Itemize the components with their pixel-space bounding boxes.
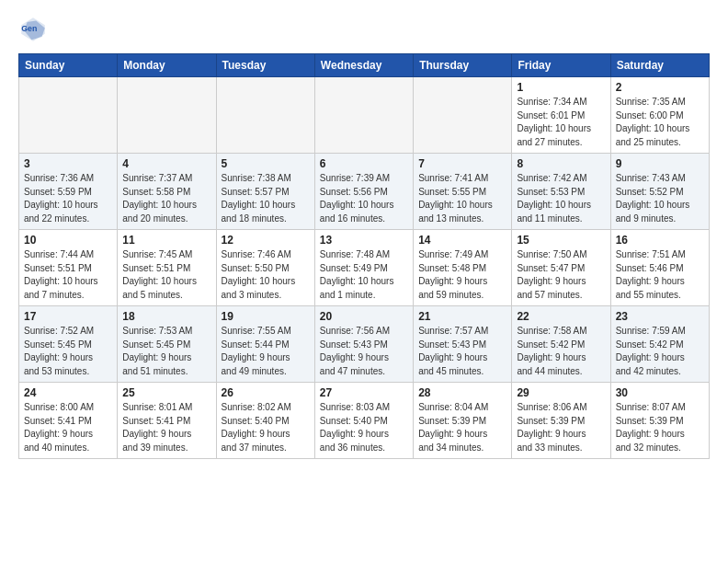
- day-cell-10: 10Sunrise: 7:44 AM Sunset: 5:51 PM Dayli…: [19, 230, 118, 306]
- weekday-header-friday: Friday: [512, 54, 610, 77]
- day-number: 28: [418, 386, 506, 399]
- day-number: 3: [24, 157, 112, 170]
- weekday-header-saturday: Saturday: [610, 54, 709, 77]
- day-info: Sunrise: 7:45 AM Sunset: 5:51 PM Dayligh…: [122, 248, 210, 302]
- day-info: Sunrise: 8:06 AM Sunset: 5:39 PM Dayligh…: [517, 401, 605, 454]
- day-number: 22: [517, 310, 605, 323]
- day-number: 24: [24, 386, 112, 399]
- day-number: 18: [122, 310, 210, 323]
- day-cell-7: 7Sunrise: 7:41 AM Sunset: 5:55 PM Daylig…: [414, 154, 512, 230]
- day-number: 17: [24, 310, 112, 323]
- weekday-header-thursday: Thursday: [414, 54, 512, 77]
- day-number: 19: [222, 310, 310, 323]
- day-info: Sunrise: 8:07 AM Sunset: 5:39 PM Dayligh…: [616, 401, 704, 454]
- day-cell-26: 26Sunrise: 8:02 AM Sunset: 5:40 PM Dayli…: [216, 383, 314, 459]
- day-cell-6: 6Sunrise: 7:39 AM Sunset: 5:56 PM Daylig…: [314, 154, 413, 230]
- day-info: Sunrise: 7:49 AM Sunset: 5:48 PM Dayligh…: [418, 248, 506, 302]
- calendar-body: 1Sunrise: 7:34 AM Sunset: 6:01 PM Daylig…: [19, 77, 710, 459]
- weekday-header-sunday: Sunday: [19, 54, 118, 77]
- day-cell-25: 25Sunrise: 8:01 AM Sunset: 5:41 PM Dayli…: [118, 383, 216, 459]
- day-cell-13: 13Sunrise: 7:48 AM Sunset: 5:49 PM Dayli…: [314, 230, 413, 306]
- day-number: 23: [616, 310, 704, 323]
- day-cell-19: 19Sunrise: 7:55 AM Sunset: 5:44 PM Dayli…: [216, 306, 314, 383]
- day-number: 13: [320, 234, 408, 247]
- weekday-header-monday: Monday: [118, 54, 216, 77]
- day-cell-4: 4Sunrise: 7:37 AM Sunset: 5:58 PM Daylig…: [118, 154, 216, 230]
- day-cell-22: 22Sunrise: 7:58 AM Sunset: 5:42 PM Dayli…: [512, 306, 610, 383]
- day-number: 12: [222, 234, 310, 247]
- day-cell-12: 12Sunrise: 7:46 AM Sunset: 5:50 PM Dayli…: [216, 230, 314, 306]
- header: Gen: [18, 15, 710, 44]
- day-cell-2: 2Sunrise: 7:35 AM Sunset: 6:00 PM Daylig…: [610, 77, 709, 154]
- day-number: 11: [122, 234, 210, 247]
- day-info: Sunrise: 7:46 AM Sunset: 5:50 PM Dayligh…: [222, 248, 310, 302]
- day-cell-30: 30Sunrise: 8:07 AM Sunset: 5:39 PM Dayli…: [610, 383, 709, 459]
- week-row-2: 3Sunrise: 7:36 AM Sunset: 5:59 PM Daylig…: [19, 154, 710, 230]
- calendar: SundayMondayTuesdayWednesdayThursdayFrid…: [18, 53, 710, 459]
- empty-cell: [19, 77, 118, 154]
- day-cell-20: 20Sunrise: 7:56 AM Sunset: 5:43 PM Dayli…: [314, 306, 413, 383]
- day-info: Sunrise: 7:34 AM Sunset: 6:01 PM Dayligh…: [517, 96, 605, 149]
- empty-cell: [118, 77, 216, 154]
- weekday-header-tuesday: Tuesday: [216, 54, 314, 77]
- calendar-header: SundayMondayTuesdayWednesdayThursdayFrid…: [19, 54, 710, 77]
- day-number: 26: [222, 386, 310, 399]
- day-number: 20: [320, 310, 408, 323]
- week-row-5: 24Sunrise: 8:00 AM Sunset: 5:41 PM Dayli…: [19, 383, 710, 459]
- day-number: 14: [418, 234, 506, 247]
- day-cell-18: 18Sunrise: 7:53 AM Sunset: 5:45 PM Dayli…: [118, 306, 216, 383]
- day-info: Sunrise: 7:51 AM Sunset: 5:46 PM Dayligh…: [616, 248, 704, 302]
- day-cell-17: 17Sunrise: 7:52 AM Sunset: 5:45 PM Dayli…: [19, 306, 118, 383]
- day-cell-21: 21Sunrise: 7:57 AM Sunset: 5:43 PM Dayli…: [414, 306, 512, 383]
- day-number: 7: [418, 157, 506, 170]
- day-number: 9: [616, 157, 704, 170]
- day-info: Sunrise: 8:04 AM Sunset: 5:39 PM Dayligh…: [418, 401, 506, 454]
- logo-icon: Gen: [18, 15, 48, 44]
- day-cell-5: 5Sunrise: 7:38 AM Sunset: 5:57 PM Daylig…: [216, 154, 314, 230]
- day-info: Sunrise: 7:48 AM Sunset: 5:49 PM Dayligh…: [320, 248, 408, 302]
- day-info: Sunrise: 7:41 AM Sunset: 5:55 PM Dayligh…: [418, 172, 506, 225]
- day-number: 29: [517, 386, 605, 399]
- week-row-4: 17Sunrise: 7:52 AM Sunset: 5:45 PM Dayli…: [19, 306, 710, 383]
- day-cell-11: 11Sunrise: 7:45 AM Sunset: 5:51 PM Dayli…: [118, 230, 216, 306]
- day-cell-14: 14Sunrise: 7:49 AM Sunset: 5:48 PM Dayli…: [414, 230, 512, 306]
- day-info: Sunrise: 7:50 AM Sunset: 5:47 PM Dayligh…: [517, 248, 605, 302]
- day-info: Sunrise: 7:36 AM Sunset: 5:59 PM Dayligh…: [24, 172, 112, 225]
- week-row-1: 1Sunrise: 7:34 AM Sunset: 6:01 PM Daylig…: [19, 77, 710, 154]
- day-info: Sunrise: 8:01 AM Sunset: 5:41 PM Dayligh…: [122, 401, 210, 454]
- day-info: Sunrise: 7:42 AM Sunset: 5:53 PM Dayligh…: [517, 172, 605, 225]
- day-number: 8: [517, 157, 605, 170]
- day-info: Sunrise: 7:44 AM Sunset: 5:51 PM Dayligh…: [24, 248, 112, 302]
- day-cell-29: 29Sunrise: 8:06 AM Sunset: 5:39 PM Dayli…: [512, 383, 610, 459]
- day-cell-23: 23Sunrise: 7:59 AM Sunset: 5:42 PM Dayli…: [610, 306, 709, 383]
- day-cell-8: 8Sunrise: 7:42 AM Sunset: 5:53 PM Daylig…: [512, 154, 610, 230]
- page: Gen SundayMondayTuesdayWednesdayThursday…: [0, 0, 728, 474]
- day-cell-16: 16Sunrise: 7:51 AM Sunset: 5:46 PM Dayli…: [610, 230, 709, 306]
- day-info: Sunrise: 7:39 AM Sunset: 5:56 PM Dayligh…: [320, 172, 408, 225]
- day-info: Sunrise: 7:43 AM Sunset: 5:52 PM Dayligh…: [616, 172, 704, 225]
- day-cell-24: 24Sunrise: 8:00 AM Sunset: 5:41 PM Dayli…: [19, 383, 118, 459]
- svg-text:Gen: Gen: [21, 24, 37, 33]
- day-cell-3: 3Sunrise: 7:36 AM Sunset: 5:59 PM Daylig…: [19, 154, 118, 230]
- weekday-header-wednesday: Wednesday: [314, 54, 413, 77]
- day-number: 2: [616, 81, 704, 94]
- day-info: Sunrise: 7:38 AM Sunset: 5:57 PM Dayligh…: [222, 172, 310, 225]
- empty-cell: [314, 77, 413, 154]
- day-cell-28: 28Sunrise: 8:04 AM Sunset: 5:39 PM Dayli…: [414, 383, 512, 459]
- day-number: 21: [418, 310, 506, 323]
- day-number: 25: [122, 386, 210, 399]
- day-info: Sunrise: 7:57 AM Sunset: 5:43 PM Dayligh…: [418, 325, 506, 378]
- day-info: Sunrise: 8:03 AM Sunset: 5:40 PM Dayligh…: [320, 401, 408, 454]
- day-number: 6: [320, 157, 408, 170]
- weekday-row: SundayMondayTuesdayWednesdayThursdayFrid…: [19, 54, 710, 77]
- day-number: 4: [122, 157, 210, 170]
- day-info: Sunrise: 7:35 AM Sunset: 6:00 PM Dayligh…: [616, 96, 704, 149]
- day-number: 27: [320, 386, 408, 399]
- day-info: Sunrise: 7:53 AM Sunset: 5:45 PM Dayligh…: [122, 325, 210, 378]
- day-info: Sunrise: 7:59 AM Sunset: 5:42 PM Dayligh…: [616, 325, 704, 378]
- empty-cell: [414, 77, 512, 154]
- day-info: Sunrise: 7:37 AM Sunset: 5:58 PM Dayligh…: [122, 172, 210, 225]
- empty-cell: [216, 77, 314, 154]
- day-info: Sunrise: 8:00 AM Sunset: 5:41 PM Dayligh…: [24, 401, 112, 454]
- logo: Gen: [18, 15, 51, 44]
